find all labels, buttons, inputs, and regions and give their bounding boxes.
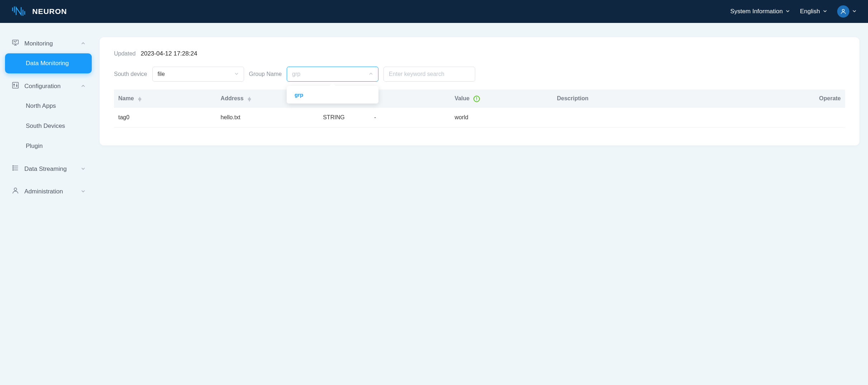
- system-information-label: System Information: [730, 8, 783, 15]
- sidebar-item-data-monitoring[interactable]: Data Monitoring: [5, 53, 92, 73]
- sidebar-item-administration[interactable]: Administration: [5, 182, 92, 201]
- cell-value: world: [450, 108, 553, 127]
- menu-section-configuration: Configuration North Apps South Devices P…: [5, 76, 92, 156]
- sidebar-item-label: North Apps: [26, 102, 56, 109]
- header-right: System Information English: [730, 5, 857, 18]
- cell-name: tag0: [114, 108, 216, 127]
- language-menu[interactable]: English: [800, 8, 827, 15]
- filter-row: South device file Group Name grp: [114, 67, 845, 82]
- col-hidden: [370, 90, 450, 108]
- main-container: Monitoring Data Monitoring Configuration: [0, 23, 868, 212]
- sidebar-item-label: South Devices: [26, 122, 65, 129]
- cell-type: STRING: [319, 108, 370, 127]
- chevron-up-icon: [81, 40, 85, 47]
- sidebar-item-monitoring[interactable]: Monitoring: [5, 34, 92, 53]
- dropdown-option-grp[interactable]: grp: [287, 88, 378, 101]
- chevron-down-icon: [81, 165, 85, 173]
- chevron-down-icon: [786, 8, 790, 15]
- data-table: Name ▲▼ Address ▲▼ Type Value !: [114, 90, 845, 127]
- sidebar-item-label: Monitoring: [24, 40, 53, 47]
- content-area: Updated 2023-04-12 17:28:24 South device…: [97, 23, 868, 212]
- app-header: NEURON System Information English: [0, 0, 868, 23]
- sidebar-item-label: Administration: [24, 188, 63, 195]
- sidebar: Monitoring Data Monitoring Configuration: [0, 23, 97, 212]
- group-name-wrapper: grp grp: [287, 67, 378, 82]
- svg-rect-6: [13, 82, 19, 88]
- col-description: Description: [553, 90, 787, 108]
- keyword-search-input[interactable]: [383, 67, 475, 82]
- svg-point-10: [16, 85, 17, 86]
- sort-icon: ▲▼: [137, 97, 143, 101]
- brand-area: NEURON: [11, 6, 67, 18]
- sidebar-item-label: Data Monitoring: [26, 60, 69, 67]
- chevron-down-icon: [234, 71, 239, 77]
- table-row: tag0 hello.txt STRING - world: [114, 108, 845, 127]
- user-menu[interactable]: [837, 5, 857, 18]
- chevron-down-icon: [852, 8, 857, 15]
- menu-section-monitoring: Monitoring Data Monitoring: [5, 34, 92, 73]
- sidebar-item-north-apps[interactable]: North Apps: [5, 96, 92, 116]
- brand-name: NEURON: [32, 7, 67, 16]
- updated-value: 2023-04-12 17:28:24: [141, 50, 197, 57]
- col-name[interactable]: Name ▲▼: [114, 90, 216, 108]
- sliders-icon: [11, 81, 19, 91]
- sidebar-item-configuration[interactable]: Configuration: [5, 76, 92, 96]
- group-name-label: Group Name: [249, 71, 282, 77]
- south-device-label: South device: [114, 71, 147, 77]
- svg-point-15: [13, 169, 14, 170]
- svg-point-8: [14, 84, 15, 85]
- chevron-down-icon: [81, 188, 85, 195]
- south-device-select[interactable]: file: [152, 67, 244, 82]
- sidebar-item-label: Data Streaming: [24, 165, 67, 173]
- sidebar-item-data-streaming[interactable]: Data Streaming: [5, 159, 92, 179]
- col-value: Value !: [450, 90, 553, 108]
- group-name-dropdown: grp: [287, 86, 378, 104]
- chevron-up-icon: [81, 83, 85, 90]
- svg-point-11: [13, 165, 14, 167]
- sidebar-item-south-devices[interactable]: South Devices: [5, 116, 92, 136]
- stream-icon: [11, 164, 19, 174]
- sidebar-item-label: Plugin: [26, 143, 43, 149]
- updated-row: Updated 2023-04-12 17:28:24: [114, 50, 845, 57]
- cell-hidden: -: [370, 108, 450, 127]
- south-device-value: file: [158, 71, 165, 77]
- cell-operate: [787, 108, 845, 127]
- cell-address: hello.txt: [216, 108, 319, 127]
- col-operate: Operate: [787, 90, 845, 108]
- chevron-down-icon: [823, 8, 827, 15]
- user-avatar-icon: [837, 5, 849, 18]
- svg-point-17: [14, 188, 16, 191]
- group-name-placeholder: grp: [292, 71, 300, 77]
- monitor-icon: [11, 39, 19, 48]
- sort-icon: ▲▼: [247, 97, 252, 101]
- language-label: English: [800, 8, 820, 15]
- menu-section-administration: Administration: [5, 182, 92, 201]
- table-header: Name ▲▼ Address ▲▼ Type Value !: [114, 90, 845, 108]
- updated-label: Updated: [114, 50, 136, 57]
- neuron-logo-icon: [11, 6, 27, 18]
- sidebar-item-label: Configuration: [24, 83, 61, 90]
- svg-point-13: [13, 168, 14, 169]
- sidebar-item-plugin[interactable]: Plugin: [5, 136, 92, 156]
- info-icon[interactable]: !: [473, 96, 480, 102]
- chevron-up-icon: [369, 71, 373, 77]
- menu-section-data-streaming: Data Streaming: [5, 159, 92, 179]
- monitoring-card: Updated 2023-04-12 17:28:24 South device…: [100, 37, 859, 145]
- table-body: tag0 hello.txt STRING - world: [114, 108, 845, 127]
- system-information-menu[interactable]: System Information: [730, 8, 790, 15]
- cell-description: [553, 108, 787, 127]
- svg-point-4: [842, 9, 844, 11]
- user-icon: [11, 187, 19, 196]
- group-name-select[interactable]: grp: [287, 67, 378, 82]
